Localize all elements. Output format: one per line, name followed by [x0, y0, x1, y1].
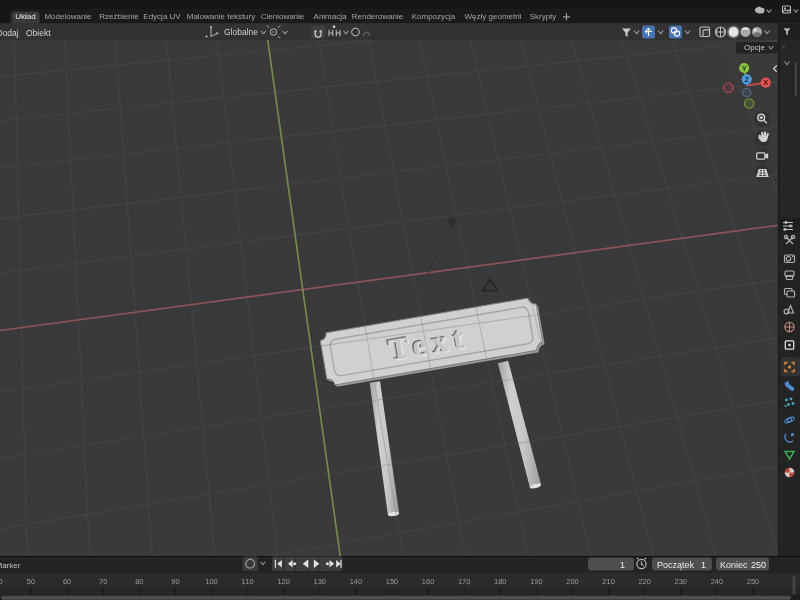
svg-text:200: 200: [566, 577, 579, 586]
svg-text:Globalne: Globalne: [224, 27, 258, 37]
svg-text:50: 50: [27, 577, 35, 586]
svg-text:Koniec: Koniec: [720, 560, 748, 570]
svg-text:Modelowanie: Modelowanie: [44, 12, 92, 21]
svg-text:170: 170: [458, 577, 471, 586]
svg-text:Rzeźbienie: Rzeźbienie: [99, 12, 139, 21]
svg-text:Marker: Marker: [0, 561, 21, 570]
svg-text:Edycja UV: Edycja UV: [143, 12, 181, 21]
svg-text:Początek: Początek: [657, 560, 695, 570]
svg-text:220: 220: [638, 577, 651, 586]
svg-text:Opcje: Opcje: [744, 43, 765, 52]
svg-text:X: X: [763, 78, 768, 87]
svg-text:Węzły geometrii: Węzły geometrii: [465, 12, 522, 21]
svg-text:Kompozycja: Kompozycja: [412, 12, 456, 21]
svg-text:Cieniowanie: Cieniowanie: [261, 12, 305, 21]
svg-text:Obiekt: Obiekt: [26, 28, 51, 38]
svg-text:Układ: Układ: [15, 12, 35, 21]
svg-text:210: 210: [602, 577, 615, 586]
svg-text:140: 140: [350, 577, 363, 586]
svg-text:240: 240: [711, 577, 724, 586]
svg-text:100: 100: [205, 577, 218, 586]
svg-text:130: 130: [314, 577, 327, 586]
svg-text:230: 230: [675, 577, 688, 586]
svg-text:250: 250: [751, 560, 766, 570]
svg-text:70: 70: [99, 577, 107, 586]
svg-text:Z: Z: [744, 75, 749, 84]
svg-text:Dodaj: Dodaj: [0, 28, 19, 38]
svg-text:150: 150: [386, 577, 399, 586]
svg-text:Malowanie tekstury: Malowanie tekstury: [187, 12, 255, 21]
svg-text:40: 40: [0, 577, 3, 586]
svg-text:160: 160: [422, 577, 435, 586]
svg-text:110: 110: [242, 577, 254, 586]
svg-text:Skrypty: Skrypty: [530, 12, 557, 21]
svg-text:Animacja: Animacja: [314, 12, 347, 21]
svg-text:90: 90: [171, 577, 179, 586]
svg-text:1: 1: [701, 560, 706, 570]
svg-text:Y: Y: [742, 64, 747, 73]
svg-text:250: 250: [747, 577, 760, 586]
svg-text:180: 180: [494, 577, 507, 586]
svg-text:190: 190: [530, 577, 543, 586]
svg-text:Renderowanie: Renderowanie: [352, 12, 404, 21]
svg-text:60: 60: [63, 577, 71, 586]
svg-text:80: 80: [135, 577, 143, 586]
svg-text:120: 120: [277, 577, 290, 586]
svg-text:1: 1: [620, 560, 625, 570]
